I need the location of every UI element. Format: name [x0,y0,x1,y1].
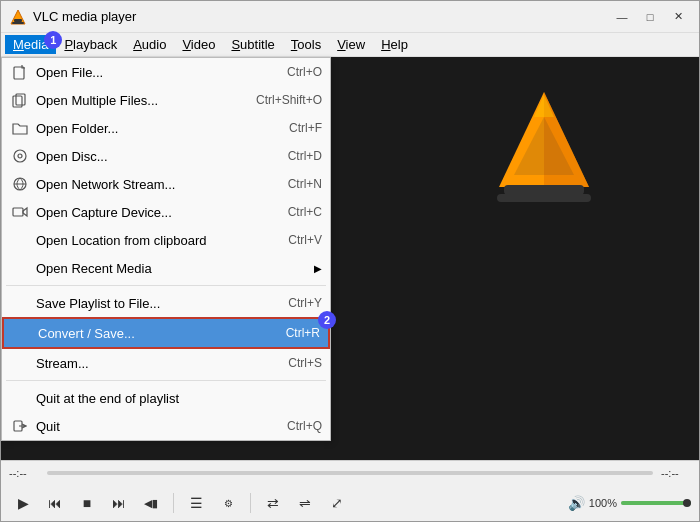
open-disc-label: Open Disc... [36,149,268,164]
separator-controls-2 [250,493,251,513]
open-location-label: Open Location from clipboard [36,233,268,248]
quit-label: Quit [36,419,267,434]
menu-tools[interactable]: Tools [283,35,329,54]
svg-rect-14 [504,185,584,195]
open-location-shortcut: Ctrl+V [288,233,322,247]
menu-quit-end[interactable]: Quit at the end of playlist [2,384,330,412]
prev-button[interactable]: ⏮ [41,489,69,517]
stream-icon [10,353,30,373]
open-multiple-icon [10,90,30,110]
playlist-button[interactable]: ☰ [182,489,210,517]
volume-track[interactable] [621,501,691,505]
open-capture-label: Open Capture Device... [36,205,268,220]
badge-2: 2 [318,311,336,329]
volume-knob [683,499,691,507]
menu-stream[interactable]: Stream... Ctrl+S [2,349,330,377]
svg-rect-2 [12,22,24,24]
open-file-icon [10,62,30,82]
volume-fill [621,501,691,505]
play-button[interactable]: ▶ [9,489,37,517]
open-recent-label: Open Recent Media [36,261,306,276]
vlc-cone [489,87,599,207]
window-controls: — □ ✕ [609,6,691,28]
convert-save-label: Convert / Save... [38,326,266,341]
ext-settings-button[interactable]: ⚙ [214,489,242,517]
time-right: --:-- [661,467,691,479]
progress-track[interactable] [47,471,653,475]
progress-bar-area: --:-- --:-- [1,461,699,485]
shuffle-button[interactable]: ⤢ [323,489,351,517]
open-folder-icon [10,118,30,138]
menu-open-network[interactable]: Open Network Stream... Ctrl+N [2,170,330,198]
separator-2 [6,380,326,381]
svg-rect-3 [14,67,24,79]
separator-1 [6,285,326,286]
svg-point-7 [18,154,22,158]
frame-prev-button[interactable]: ◀▮ [137,489,165,517]
svg-rect-9 [13,208,23,216]
menu-open-capture[interactable]: Open Capture Device... Ctrl+C [2,198,330,226]
controls-area: --:-- --:-- ▶ ⏮ ■ ⏭ ◀▮ ☰ ⚙ ⇄ ⇌ ⤢ 🔊 100% [1,460,699,521]
open-network-label: Open Network Stream... [36,177,268,192]
next-button[interactable]: ⏭ [105,489,133,517]
menu-save-playlist[interactable]: Save Playlist to File... Ctrl+Y [2,289,330,317]
convert-save-icon [12,323,32,343]
controls-row: ▶ ⏮ ■ ⏭ ◀▮ ☰ ⚙ ⇄ ⇌ ⤢ 🔊 100% [1,485,699,521]
menu-audio[interactable]: Audio [125,35,174,54]
separator-controls-1 [173,493,174,513]
quit-end-label: Quit at the end of playlist [36,391,302,406]
app-title: VLC media player [33,9,609,24]
menu-help[interactable]: Help [373,35,416,54]
menu-quit[interactable]: Quit Ctrl+Q [2,412,330,440]
open-network-shortcut: Ctrl+N [288,177,322,191]
menu-open-location[interactable]: Open Location from clipboard Ctrl+V [2,226,330,254]
minimize-button[interactable]: — [609,6,635,28]
volume-area: 🔊 100% [568,495,691,511]
open-multiple-shortcut: Ctrl+Shift+O [256,93,322,107]
vlc-app-icon [9,8,27,26]
convert-save-shortcut: Ctrl+R [286,326,320,340]
open-recent-arrow: ▶ [314,263,322,274]
vlc-window: VLC media player — □ ✕ Media 1 Playback … [0,0,700,522]
quit-shortcut: Ctrl+Q [287,419,322,433]
stream-shortcut: Ctrl+S [288,356,322,370]
open-recent-icon [10,258,30,278]
open-multiple-label: Open Multiple Files... [36,93,236,108]
menu-open-recent[interactable]: Open Recent Media ▶ [2,254,330,282]
menu-subtitle[interactable]: Subtitle [223,35,282,54]
svg-rect-15 [497,194,591,202]
open-capture-icon [10,202,30,222]
menu-media-underline: Media [13,37,48,52]
menu-video[interactable]: Video [174,35,223,54]
svg-marker-16 [534,95,554,117]
quit-end-icon [10,388,30,408]
open-location-icon [10,230,30,250]
open-disc-shortcut: Ctrl+D [288,149,322,163]
save-playlist-label: Save Playlist to File... [36,296,268,311]
stop-button[interactable]: ■ [73,489,101,517]
menu-open-disc[interactable]: Open Disc... Ctrl+D [2,142,330,170]
open-capture-shortcut: Ctrl+C [288,205,322,219]
open-folder-shortcut: Ctrl+F [289,121,322,135]
menu-open-folder[interactable]: Open Folder... Ctrl+F [2,114,330,142]
time-left: --:-- [9,467,39,479]
svg-point-6 [14,150,26,162]
menu-open-multiple[interactable]: Open Multiple Files... Ctrl+Shift+O [2,86,330,114]
title-bar: VLC media player — □ ✕ [1,1,699,33]
quit-icon [10,416,30,436]
media-dropdown: Open File... Ctrl+O Open Multiple Files.… [1,57,331,441]
menu-open-file[interactable]: Open File... Ctrl+O [2,58,330,86]
save-playlist-icon [10,293,30,313]
menu-convert-save[interactable]: Convert / Save... Ctrl+R 2 [2,317,330,349]
menu-view[interactable]: View [329,35,373,54]
loop-button[interactable]: ⇄ [259,489,287,517]
open-network-icon [10,174,30,194]
random-button[interactable]: ⇌ [291,489,319,517]
open-file-shortcut: Ctrl+O [287,65,322,79]
menu-media[interactable]: Media 1 [5,35,56,54]
svg-rect-1 [14,19,22,22]
close-button[interactable]: ✕ [665,6,691,28]
menu-playback[interactable]: Playback [56,35,125,54]
volume-icon: 🔊 [568,495,585,511]
maximize-button[interactable]: □ [637,6,663,28]
